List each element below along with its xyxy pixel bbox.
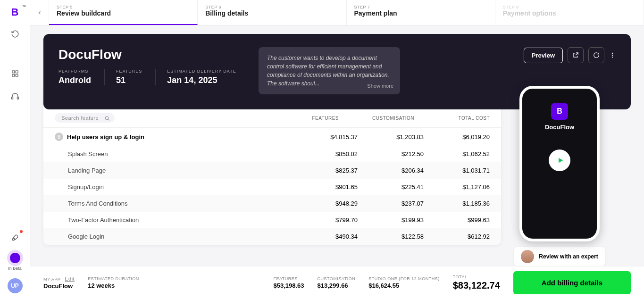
summary-total: $83,122.74 (453, 280, 500, 291)
svg-point-9 (105, 116, 109, 120)
phone-preview: B DocuFlow (519, 86, 600, 241)
user-avatar[interactable]: UP (8, 278, 23, 293)
col-features: FEATURES (282, 116, 339, 121)
svg-marker-11 (559, 158, 563, 163)
feature-row[interactable]: Two-Factor Authentication$799.70$199.93$… (43, 212, 501, 228)
platforms-value: Android (59, 75, 91, 85)
add-billing-button[interactable]: Add billing details (513, 271, 631, 294)
summary-features: $53,198.63 (273, 282, 304, 289)
svg-rect-3 (16, 74, 18, 76)
feature-row[interactable]: Landing Page$825.37$206.34$1,031.71 (43, 162, 501, 179)
headset-icon[interactable] (8, 89, 23, 104)
svg-rect-2 (12, 74, 15, 76)
app-icon: B (551, 103, 568, 120)
step-header: STEP 5Review buildcardSTEP 6Billing deta… (30, 0, 644, 25)
feature-row[interactable]: Signup/Login$901.65$225.41$1,127.06 (43, 179, 501, 195)
col-customisation: CUSTOMISATION (348, 116, 414, 121)
step-7[interactable]: STEP 7Payment plan (347, 0, 495, 25)
feature-row[interactable]: Google Login$490.34$122.58$612.92 (43, 228, 501, 245)
feature-group[interactable]: 6Help users sign up & login$4,815.37$1,2… (43, 128, 501, 146)
step-5[interactable]: STEP 5Review buildcard (49, 0, 198, 25)
refresh-icon[interactable] (588, 47, 604, 63)
beta-label: In Beta (8, 266, 22, 271)
step-8: STEP 8Payment options (495, 0, 644, 25)
feature-row[interactable]: Splash Screen$850.02$212.50$1,062.52 (43, 146, 501, 162)
undo-icon[interactable] (8, 26, 23, 42)
svg-point-7 (612, 55, 613, 56)
edit-app-link[interactable]: Edit (65, 276, 75, 282)
summary-duration: 12 weeks (88, 282, 139, 289)
feature-row[interactable]: Terms And Conditions$948.29$237.07$1,185… (43, 195, 501, 212)
svg-rect-5 (17, 97, 18, 100)
rocket-icon[interactable] (8, 230, 23, 245)
review-expert-button[interactable]: Review with an expert (514, 247, 604, 266)
beta-indicator (10, 253, 20, 263)
svg-rect-4 (11, 97, 13, 100)
play-button[interactable] (549, 150, 570, 171)
svg-line-10 (108, 119, 109, 121)
col-total: TOTAL COST (424, 116, 490, 121)
step-6[interactable]: STEP 6Billing details (198, 0, 346, 25)
description-box: The customer wants to develop a document… (259, 47, 400, 94)
more-icon[interactable] (609, 52, 616, 58)
left-rail: B™ In Beta UP (0, 0, 30, 299)
features-count: 51 (116, 75, 142, 85)
summary-app-name: DocuFlow (43, 282, 75, 290)
delivery-date: Jan 14, 2025 (167, 75, 236, 85)
back-button[interactable] (30, 0, 49, 25)
search-input[interactable]: Search feature (55, 113, 115, 123)
app-name-preview: DocuFlow (545, 124, 574, 131)
summary-customisation: $13,299.66 (318, 282, 356, 289)
features-panel: Features Delivery Details Search feature… (43, 86, 501, 245)
brand-logo[interactable]: B™ (8, 6, 22, 19)
svg-rect-0 (12, 71, 15, 73)
svg-point-8 (612, 57, 613, 58)
summary-bar: MY APP Edit DocuFlow ESTIMATED DURATION … (30, 266, 644, 299)
svg-point-6 (612, 53, 613, 54)
apps-icon[interactable] (8, 66, 23, 81)
share-icon[interactable] (568, 47, 584, 63)
app-title: DocuFlow (59, 47, 247, 62)
summary-studio: $16,624.55 (368, 282, 440, 289)
show-more-link[interactable]: Show more (367, 82, 393, 90)
preview-button[interactable]: Preview (524, 48, 563, 63)
expert-avatar (521, 250, 534, 263)
svg-rect-1 (16, 71, 18, 73)
